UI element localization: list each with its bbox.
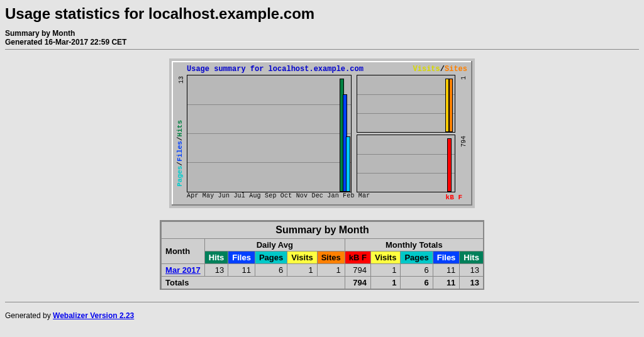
col-monthly-totals: Monthly Totals [345,239,483,251]
table-row: Mar 2017 13 11 6 1 1 794 1 6 11 13 [162,264,484,277]
cell: 6 [401,277,433,289]
summary-table-wrap: Summary by Month Month Daily Avg Monthly… [160,220,484,290]
cell: 1 [370,277,400,289]
cell: 11 [433,264,460,277]
cell: 6 [255,264,287,277]
summary-table: Summary by Month Month Daily Avg Monthly… [161,221,484,289]
cell: 794 [345,264,370,277]
col-visits: Visits [287,251,317,264]
chart-title: Usage summary for localhost.example.com [187,65,364,74]
cell: 11 [433,277,460,289]
chart-right-bottom-plot [357,135,455,192]
totals-row: Totals 794 1 6 11 13 [162,277,484,289]
chart-right-top-plot [357,75,455,133]
col-files: Files [228,251,255,264]
col-hits2: Hits [460,251,484,264]
generated-label: Generated 16-Mar-2017 22:59 CET [5,38,639,47]
month-link[interactable]: Mar 2017 [165,265,201,275]
webalizer-link[interactable]: Webalizer Version 2.23 [53,311,134,320]
chart-right-bottom-tick: 794 [460,136,467,147]
col-sites: Sites [317,251,345,264]
chart-kbf-label: kB F [446,194,462,201]
cell: 13 [460,264,484,277]
col-kbf: kB F [345,251,370,264]
page-title: Usage statistics for localhost.example.c… [5,5,639,23]
col-month: Month [162,239,205,264]
cell: 794 [345,277,370,289]
cell: 13 [204,264,228,277]
col-visits2: Visits [370,251,400,264]
chart-left-plot [187,75,352,192]
chart-left-ytick: 13 [178,76,185,84]
col-hits: Hits [204,251,228,264]
col-pages: Pages [255,251,287,264]
table-title: Summary by Month [162,222,484,239]
summary-label: Summary by Month [5,29,639,38]
usage-chart: Usage summary for localhost.example.com … [169,58,475,208]
col-daily-avg: Daily Avg [204,239,345,251]
col-pages2: Pages [401,251,433,264]
divider [5,49,639,50]
chart-left-ylabel: Pages/Files/Hits [176,120,185,187]
cell: 1 [287,264,317,277]
chart-visits-sites-label: Visits/Sites [413,65,467,74]
chart-xaxis: Apr May Jun Jul Aug Sep Oct Nov Dec Jan … [187,192,370,199]
footer-text: Generated by [5,311,53,320]
cell: 1 [317,264,345,277]
totals-label: Totals [162,277,345,289]
cell: 11 [228,264,255,277]
cell: 1 [370,264,400,277]
divider [5,302,639,302]
cell: 13 [460,277,484,289]
col-files2: Files [433,251,460,264]
chart-right-top-tick: 1 [460,76,467,80]
cell: 6 [401,264,433,277]
